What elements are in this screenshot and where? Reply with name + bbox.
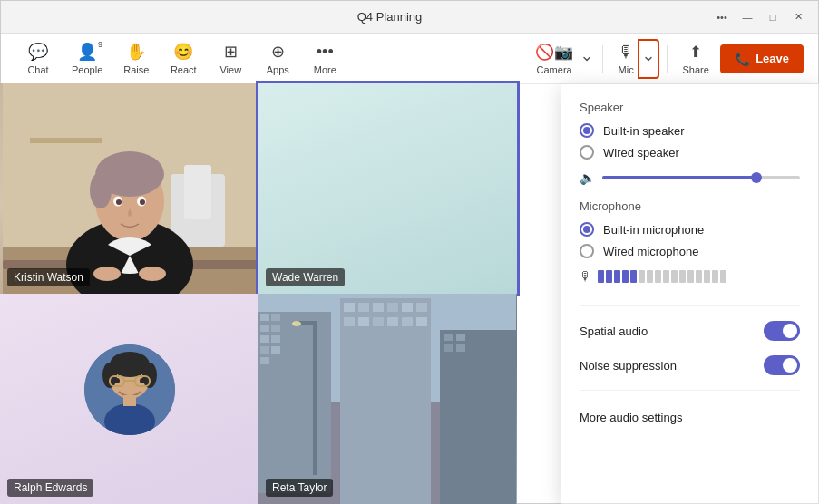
mic-bar-7 — [647, 270, 653, 283]
chat-button[interactable]: 💬 Chat — [15, 36, 61, 81]
react-label: React — [171, 64, 197, 75]
svg-rect-49 — [416, 303, 427, 312]
svg-rect-65 — [444, 344, 453, 352]
mic-bar-11 — [679, 270, 686, 283]
camera-icon: 🚫📷 — [535, 43, 573, 62]
svg-rect-34 — [260, 314, 269, 321]
video-cell-reta: Reta Taylor — [258, 294, 517, 504]
mic-bar-13 — [696, 270, 702, 283]
people-label: People — [72, 64, 102, 75]
mic-button[interactable]: 🎙 Mic — [610, 37, 638, 81]
speaker-radio-1[interactable] — [580, 123, 594, 138]
svg-rect-36 — [260, 325, 269, 332]
svg-rect-53 — [387, 317, 398, 326]
apps-button[interactable]: ⊕ Apps — [255, 36, 300, 81]
svg-rect-5 — [184, 165, 211, 219]
close-btn[interactable]: ✕ — [789, 8, 807, 26]
noise-suppression-toggle[interactable] — [764, 355, 800, 375]
mic-chevron-button[interactable] — [638, 39, 659, 79]
react-icon: 😊 — [173, 42, 193, 62]
people-count: 9 — [98, 40, 102, 49]
view-label: View — [219, 64, 241, 75]
svg-rect-44 — [344, 303, 355, 312]
svg-rect-66 — [456, 344, 465, 352]
ralph-name-label: Ralph Edwards — [7, 479, 93, 497]
svg-point-14 — [116, 199, 122, 205]
more-audio-settings-link[interactable]: More audio settings — [580, 405, 800, 430]
more-options-btn[interactable]: ••• — [713, 8, 731, 26]
mic-level-icon: 🎙 — [580, 269, 592, 284]
camera-button[interactable]: 🚫📷 Camera — [528, 37, 579, 81]
maximize-btn[interactable]: □ — [764, 8, 782, 26]
mic-option-2[interactable]: Wired microphone — [580, 244, 800, 258]
minimize-btn[interactable]: — — [738, 8, 756, 26]
share-button[interactable]: ⬆ Share — [675, 37, 717, 81]
window-title: Q4 Planning — [66, 10, 713, 24]
wade-name-label: Wade Warren — [266, 268, 345, 286]
phone-icon: 📞 — [735, 52, 750, 66]
svg-rect-41 — [271, 346, 280, 354]
noise-suppression-row: Noise suppression — [580, 348, 800, 383]
wade-video — [258, 83, 517, 294]
svg-rect-47 — [387, 303, 398, 312]
camera-label: Camera — [537, 64, 572, 75]
svg-point-18 — [139, 267, 166, 281]
svg-rect-6 — [30, 138, 102, 143]
speaker-option-1[interactable]: Built-in speaker — [580, 123, 800, 138]
speaker-label-2: Wired speaker — [603, 146, 679, 160]
svg-rect-39 — [271, 335, 280, 343]
video-cell-wade: Wade Warren — [258, 83, 517, 294]
mic-bar-4 — [622, 270, 629, 283]
svg-rect-30 — [123, 395, 136, 406]
kristin-name-label: Kristin Watson — [7, 268, 90, 286]
speaker-section-title: Speaker — [580, 101, 800, 114]
kristin-video — [0, 83, 258, 294]
svg-rect-37 — [271, 325, 280, 332]
mic-option-1[interactable]: Built-in microphone — [580, 222, 800, 237]
spatial-audio-row: Spatial audio — [580, 314, 800, 348]
mic-bar-14 — [704, 270, 710, 283]
svg-point-27 — [114, 378, 120, 383]
mic-radio-2[interactable] — [580, 244, 594, 258]
spatial-audio-label: Spatial audio — [580, 325, 648, 338]
mic-level-row: 🎙 — [580, 269, 800, 284]
divider-1 — [580, 305, 800, 306]
toolbar-left: 💬 Chat 👤9 People ✋ Raise 😊 React ⊞ View … — [15, 36, 347, 81]
mic-radio-1[interactable] — [580, 222, 594, 237]
share-icon: ⬆ — [689, 43, 702, 62]
leave-button[interactable]: 📞 Leave — [720, 44, 804, 73]
svg-point-58 — [292, 321, 301, 326]
toolbar-right: 🚫📷 Camera 🎙 Mic — [528, 37, 804, 81]
window-controls: ••• — □ ✕ — [713, 8, 807, 26]
svg-rect-51 — [358, 317, 369, 326]
view-button[interactable]: ⊞ View — [208, 36, 253, 81]
apps-icon: ⊕ — [271, 42, 285, 62]
people-button[interactable]: 👤9 People — [63, 36, 112, 81]
raise-button[interactable]: ✋ Raise — [113, 36, 159, 81]
ralph-avatar-svg — [84, 344, 175, 435]
mic-group: 🎙 Mic — [610, 37, 659, 81]
speaker-option-2[interactable]: Wired speaker — [580, 145, 800, 160]
react-button[interactable]: 😊 React — [161, 36, 206, 81]
spatial-audio-toggle[interactable] — [764, 321, 800, 341]
volume-thumb[interactable] — [751, 172, 762, 183]
more-icon: ••• — [317, 43, 334, 62]
chevron-down-icon — [582, 54, 591, 63]
more-button[interactable]: ••• More — [302, 37, 347, 81]
volume-slider[interactable] — [602, 176, 800, 179]
reta-video — [258, 294, 517, 504]
video-grid: Kristin Watson Wade Warren — [0, 83, 517, 504]
svg-point-17 — [93, 267, 121, 281]
svg-rect-48 — [402, 303, 413, 312]
speaker-radio-2[interactable] — [580, 145, 594, 160]
volume-fill — [602, 176, 756, 179]
volume-row: 🔈 — [580, 170, 800, 185]
mic-label-2: Wired microphone — [603, 245, 699, 258]
reta-video-svg — [258, 294, 516, 504]
svg-rect-64 — [456, 334, 465, 341]
mic-bar-3 — [614, 270, 620, 283]
svg-rect-42 — [260, 357, 269, 364]
mic-bar-2 — [606, 270, 612, 283]
camera-chevron[interactable] — [579, 54, 595, 63]
chat-label: Chat — [27, 64, 48, 75]
